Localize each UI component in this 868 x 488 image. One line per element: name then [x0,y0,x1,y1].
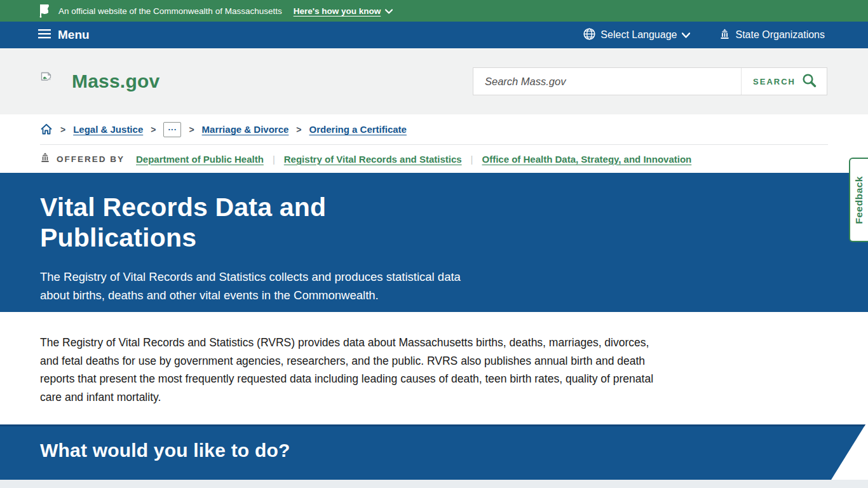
hamburger-icon [38,28,51,42]
overview-paragraph: The Registry of Vital Records and Statis… [40,334,666,407]
agency-link-dph[interactable]: Department of Public Health [136,154,264,165]
heres-how-you-know-label: Here's how you know [294,6,381,16]
cta-band: What would you like to do? [0,424,868,480]
page-subtitle: The Registry of Vital Records and Statis… [40,268,482,304]
agency-separator: | [471,154,473,165]
site-search: SEARCH [473,67,827,95]
breadcrumb-separator: > [151,125,156,135]
navbar-utilities: Select Language State Organizations [583,28,825,43]
search-button[interactable]: SEARCH [741,68,827,95]
state-organizations-link[interactable]: State Organizations [719,29,825,42]
chevron-down-icon [682,29,690,41]
agency-separator: | [273,154,275,165]
state-organizations-label: State Organizations [735,29,825,41]
heres-how-you-know-button[interactable]: Here's how you know [294,6,393,16]
statehouse-icon [719,29,730,42]
official-banner-text: An official website of the Commonwealth … [58,6,282,16]
massgov-logo[interactable]: Mass.gov [72,71,159,92]
breadcrumb-separator: > [60,125,65,135]
page-title: Vital Records Data and Publications [40,192,409,254]
globe-icon [583,28,595,43]
breadcrumb-link-ordering-certificate[interactable]: Ordering a Certificate [309,124,407,135]
site-header: Mass.gov SEARCH [0,48,868,114]
broken-image-icon [41,72,51,83]
menu-label: Menu [58,28,90,42]
search-icon [802,73,817,90]
statehouse-icon [40,152,50,165]
main-navbar: Menu Select Language [0,22,868,48]
next-section-strip [0,480,868,488]
search-button-label: SEARCH [753,77,796,86]
chevron-down-icon [385,6,393,16]
search-input[interactable] [473,68,741,95]
official-banner: An official website of the Commonwealth … [0,0,868,22]
feedback-label: Feedback [853,176,865,224]
breadcrumb-link-marriage-divorce[interactable]: Marriage & Divorce [202,124,289,135]
select-language-button[interactable]: Select Language [583,28,690,43]
breadcrumb-separator: > [296,125,301,135]
select-language-label: Select Language [600,29,677,41]
agency-link-rvrs[interactable]: Registry of Vital Records and Statistics [284,154,462,165]
breadcrumb: > Legal & Justice > ... > Marriage & Div… [0,114,868,144]
hero-banner: Vital Records Data and Publications The … [0,173,868,312]
breadcrumb-collapsed-button[interactable]: ... [163,122,181,137]
offered-by-row: OFFERED BY Department of Public Health |… [0,145,868,173]
offered-by-label: OFFERED BY [57,154,125,164]
cta-heading: What would you like to do? [40,440,868,461]
breadcrumb-separator: > [189,125,194,135]
agency-link-ohdsi[interactable]: Office of Health Data, Strategy, and Inn… [482,154,692,165]
home-icon[interactable] [40,123,53,135]
logo-wrap: Mass.gov [41,71,159,92]
menu-button[interactable]: Menu [38,28,90,42]
massachusetts-flag-icon [38,4,51,18]
breadcrumb-link-legal-justice[interactable]: Legal & Justice [73,124,143,135]
feedback-tab[interactable]: Feedback [849,158,868,242]
overview-section: The Registry of Vital Records and Statis… [0,312,868,424]
